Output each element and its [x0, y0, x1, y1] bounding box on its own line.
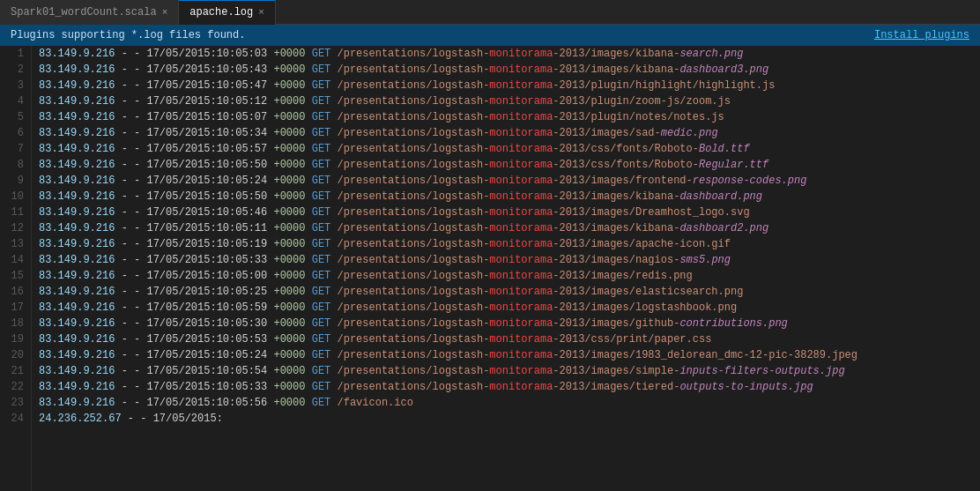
log-line: 83.149.9.216 - - 17/05/2015:10:05:24 +00…	[39, 347, 973, 363]
line-numbers: 123456789101112131415161718192021222324	[0, 46, 32, 491]
tab-bar: Spark01_wordCount.scala × apache.log ×	[0, 0, 980, 25]
log-line: 83.149.9.216 - - 17/05/2015:10:05:12 +00…	[39, 93, 973, 109]
line-num: 11	[7, 205, 24, 220]
log-line: 83.149.9.216 - - 17/05/2015:10:05:54 +00…	[39, 363, 973, 379]
log-line: 83.149.9.216 - - 17/05/2015:10:05:30 +00…	[39, 316, 973, 331]
line-num: 2	[7, 62, 24, 78]
log-line: 83.149.9.216 - - 17/05/2015:10:05:33 +00…	[39, 252, 973, 268]
line-num: 20	[7, 347, 24, 363]
code-content: 83.149.9.216 - - 17/05/2015:10:05:03 +00…	[32, 46, 980, 491]
log-line: 83.149.9.216 - - 17/05/2015:10:05:24 +00…	[39, 173, 973, 189]
line-num: 19	[7, 331, 24, 347]
log-line: 83.149.9.216 - - 17/05/2015:10:05:11 +00…	[39, 220, 973, 236]
log-line: 83.149.9.216 - - 17/05/2015:10:05:47 +00…	[39, 78, 973, 93]
log-line: 83.149.9.216 - - 17/05/2015:10:05:50 +00…	[39, 157, 973, 173]
line-num: 3	[7, 78, 24, 93]
log-line: 83.149.9.216 - - 17/05/2015:10:05:25 +00…	[39, 284, 973, 300]
line-num: 21	[7, 363, 24, 379]
notification-message: Plugins supporting *.log files found.	[11, 29, 245, 41]
tab-apache[interactable]: apache.log ×	[179, 0, 276, 25]
tab-apache-close[interactable]: ×	[258, 7, 264, 18]
log-line: 83.149.9.216 - - 17/05/2015:10:05:46 +00…	[39, 205, 973, 220]
line-num: 10	[7, 189, 24, 205]
line-num: 4	[7, 93, 24, 109]
editor-area: 123456789101112131415161718192021222324 …	[0, 46, 980, 491]
line-num: 15	[7, 268, 24, 284]
line-num: 5	[7, 109, 24, 125]
log-line: 24.236.252.67 - - 17/05/2015:	[39, 411, 973, 427]
log-line: 83.149.9.216 - - 17/05/2015:10:05:50 +00…	[39, 189, 973, 205]
tab-spark-close[interactable]: ×	[162, 7, 168, 18]
tab-spark-label: Spark01_wordCount.scala	[11, 6, 157, 19]
line-num: 8	[7, 157, 24, 173]
tab-apache-label: apache.log	[189, 6, 253, 19]
line-num: 7	[7, 141, 24, 157]
line-num: 14	[7, 252, 24, 268]
log-line: 83.149.9.216 - - 17/05/2015:10:05:00 +00…	[39, 268, 973, 284]
line-num: 1	[7, 46, 24, 62]
log-line: 83.149.9.216 - - 17/05/2015:10:05:43 +00…	[39, 62, 973, 78]
line-num: 6	[7, 125, 24, 141]
line-num: 22	[7, 379, 24, 395]
line-num: 13	[7, 236, 24, 252]
log-line: 83.149.9.216 - - 17/05/2015:10:05:33 +00…	[39, 379, 973, 395]
notification-bar: Plugins supporting *.log files found. In…	[0, 25, 980, 46]
log-line: 83.149.9.216 - - 17/05/2015:10:05:56 +00…	[39, 395, 973, 411]
tab-spark[interactable]: Spark01_wordCount.scala ×	[0, 0, 179, 25]
line-num: 23	[7, 395, 24, 411]
log-line: 83.149.9.216 - - 17/05/2015:10:05:19 +00…	[39, 236, 973, 252]
line-num: 16	[7, 284, 24, 300]
line-num: 18	[7, 316, 24, 331]
line-num: 9	[7, 173, 24, 189]
log-line: 83.149.9.216 - - 17/05/2015:10:05:07 +00…	[39, 109, 973, 125]
log-line: 83.149.9.216 - - 17/05/2015:10:05:34 +00…	[39, 125, 973, 141]
log-line: 83.149.9.216 - - 17/05/2015:10:05:59 +00…	[39, 300, 973, 316]
install-plugins-link[interactable]: Install plugins	[874, 29, 969, 41]
log-line: 83.149.9.216 - - 17/05/2015:10:05:57 +00…	[39, 141, 973, 157]
log-line: 83.149.9.216 - - 17/05/2015:10:05:53 +00…	[39, 331, 973, 347]
line-num: 24	[7, 411, 24, 427]
line-num: 17	[7, 300, 24, 316]
log-line: 83.149.9.216 - - 17/05/2015:10:05:03 +00…	[39, 46, 973, 62]
line-num: 12	[7, 220, 24, 236]
